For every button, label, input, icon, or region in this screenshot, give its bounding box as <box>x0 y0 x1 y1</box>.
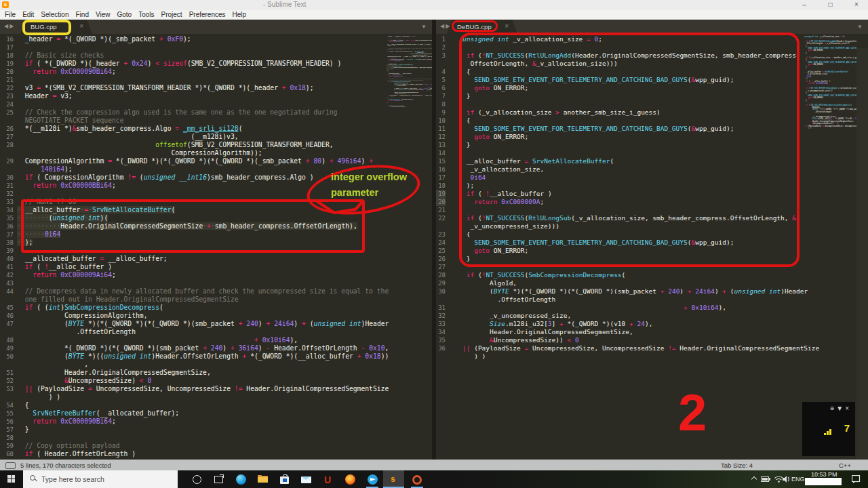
tab-close-icon[interactable]: × <box>505 22 509 30</box>
code-row: 10 { <box>436 117 819 125</box>
code-row: 58 <box>0 434 389 442</box>
code-row: 17 0i64 <box>436 174 819 182</box>
task-view-icon[interactable] <box>212 473 225 487</box>
cortana-icon[interactable] <box>190 473 203 487</box>
recorder-app-icon[interactable] <box>410 473 423 487</box>
tab-debug-cpp[interactable]: DeBUG.cpp × <box>447 20 517 34</box>
menu-selection[interactable]: Selection <box>37 10 72 19</box>
tab-size-indicator[interactable]: Tab Size: 4 <box>721 462 753 469</box>
code-row: , <box>0 361 389 369</box>
firefox-icon[interactable] <box>343 473 357 487</box>
left-tab-bar: ◀▶ BUG.cpp × ▼ <box>0 20 432 34</box>
left-code-editor[interactable]: 16 _header = *(_QWORD *)(_smb_packet + 0… <box>0 34 432 460</box>
code-row: 15 __alloc_buffer = SrvNetAllocateBuffer… <box>436 157 819 165</box>
minimize-button[interactable]: – <box>793 0 816 10</box>
code-row: 34 Header.OriginalCompressedSegmentSize, <box>436 328 819 336</box>
code-row: 33 Size.m128i_u32[3] + *(_QWORD *)(v10 +… <box>436 320 819 328</box>
code-row: 19 if ( *(_DWORD *)(_header + 0x24) < si… <box>0 60 389 68</box>
menu-help[interactable]: Help <box>229 10 250 19</box>
code-row: 39 <box>0 247 389 255</box>
battery-icon[interactable] <box>761 476 770 482</box>
tab-overflow-dropdown-icon[interactable]: ▼ <box>857 24 863 30</box>
code-row: 25 // Check the compression algo used is… <box>0 108 389 117</box>
syntax-indicator[interactable]: C++ <box>839 462 851 469</box>
telegram-icon[interactable] <box>366 473 379 487</box>
code-row: 17 <box>0 43 389 52</box>
menu-preferences[interactable]: Preferences <box>186 10 229 19</box>
code-row: 59 // Copy optional payload <box>0 442 389 450</box>
code-row: 36|| (PayloadSize = UncompressedSize, Un… <box>436 344 819 352</box>
code-row: 27 (__m128i)v3, <box>0 133 389 141</box>
tab-close-icon[interactable]: × <box>79 22 83 30</box>
code-row: 22 v3 = *(SMB_V2_COMPRESSION_TRANSFORM_H… <box>0 84 389 92</box>
code-row: 53 || (PayloadSize = UncompressedSize, U… <box>0 385 389 393</box>
code-row: 12 goto ON_ERROR; <box>436 133 819 141</box>
maximize-button[interactable]: □ <box>819 0 842 10</box>
code-row: 6 goto ON_ERROR; <box>436 84 819 92</box>
tray-expand-icon[interactable] <box>751 475 757 481</box>
code-row: 37·······0i64 <box>0 230 389 239</box>
code-row: 48 + 0x10i64), <box>0 336 389 344</box>
edge-icon[interactable] <box>234 473 248 487</box>
code-row: 42 return 0xC000009Ai64; <box>0 271 389 279</box>
code-row: 24 <box>0 100 389 108</box>
notification-panel: ≡▼× 7 <box>802 402 855 456</box>
code-row: 36···········Header.OriginalCompressedSe… <box>0 222 389 230</box>
code-row: .OffsetOrLength <box>0 328 389 336</box>
tab-bug-cpp[interactable]: BUG.cpp × <box>20 20 92 34</box>
code-row: 47 (BYTE *)(*(_QWORD *)(*(_QWORD *)(smb_… <box>0 320 389 328</box>
right-minimap[interactable]: unsigned int _v_allocation_size = 0; if … <box>797 35 856 198</box>
microsoft-store-icon[interactable] <box>278 473 292 487</box>
tab-nav-arrows-icon[interactable]: ◀▶ <box>4 23 15 29</box>
menu-file[interactable]: File <box>0 10 19 19</box>
close-button[interactable]: × <box>845 0 868 10</box>
code-row: 8 <box>436 100 819 108</box>
selection-status: 5 lines, 170 characters selected <box>20 462 111 469</box>
code-row: 33 // NaN1 ?? OO <box>0 198 389 206</box>
code-row: 13 } <box>436 141 819 149</box>
left-minimap[interactable]: _header = *(_QWORD *)(_smb_packet + 0xF0… <box>383 35 432 171</box>
language-indicator[interactable]: ENG <box>791 476 805 483</box>
code-row: 4 { <box>436 68 819 76</box>
menu-goto[interactable]: Goto <box>113 10 135 19</box>
action-center-icon[interactable] <box>852 475 861 483</box>
right-code-editor[interactable]: 1unsigned int _v_allocation_size = 0;23 … <box>436 34 868 460</box>
menu-find[interactable]: Find <box>73 10 92 19</box>
code-row: 23 { <box>436 230 819 239</box>
right-tab-bar: ◀▶ DeBUG.cpp × ▼ <box>436 20 868 34</box>
code-row: 43 <box>0 279 389 287</box>
volume-icon[interactable] <box>783 476 791 483</box>
panel-dropdown-icon[interactable]: ▼ <box>836 405 845 412</box>
left-pane: ◀▶ BUG.cpp × ▼ 16 _header = *(_QWORD *)(… <box>0 20 432 460</box>
code-row: 18 // Basic size checks <box>0 52 389 60</box>
code-row: 46 CompressionAlgorithm, <box>0 312 389 320</box>
office-icon[interactable]: U <box>321 473 335 487</box>
panel-close-icon[interactable]: × <box>845 405 851 412</box>
code-row: 45 if ( (int)SmbCompressionDecompress( <box>0 304 389 312</box>
code-row: 35 &UncompressedSize)) < 0 <box>436 336 819 344</box>
menu-view[interactable]: View <box>92 10 114 19</box>
menu-edit[interactable]: Edit <box>19 10 37 19</box>
window-title: - Sublime Text <box>263 1 306 8</box>
taskbar-search-input[interactable]: Type here to search <box>23 470 178 488</box>
code-row: 54 { <box>0 401 389 409</box>
menu-tools[interactable]: Tools <box>135 10 157 19</box>
clock[interactable]: 10:53 PM <box>811 471 837 478</box>
right-scrollbar[interactable] <box>856 48 868 460</box>
mail-icon[interactable] <box>300 473 313 487</box>
code-row: 20 return 0xC000009A; <box>436 198 819 206</box>
tab-overflow-dropdown-icon[interactable]: ▼ <box>421 24 427 30</box>
vintage-mode-icon[interactable] <box>5 462 16 469</box>
volume-level-value: 7 <box>844 422 850 434</box>
start-button[interactable] <box>0 470 23 488</box>
code-row: 21 <box>436 206 819 214</box>
sublime-taskbar-tile[interactable]: s <box>383 470 404 488</box>
menu-project[interactable]: Project <box>158 10 186 19</box>
code-row: 16 _header = *(_QWORD *)(_smb_packet + 0… <box>0 35 389 43</box>
redaction-box <box>805 478 842 485</box>
file-explorer-icon[interactable] <box>256 473 270 487</box>
panel-menu-icon[interactable]: ≡ <box>830 405 836 412</box>
code-row: 50 (BYTE *)((unsigned int)Header.OffsetO… <box>0 352 389 361</box>
code-row: 57 } <box>0 426 389 434</box>
code-row: 20 return 0xC000090Bi64; <box>0 68 389 76</box>
